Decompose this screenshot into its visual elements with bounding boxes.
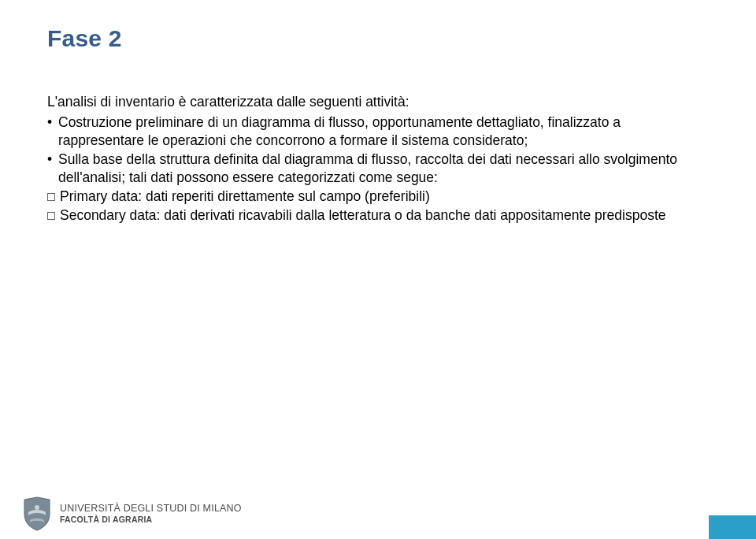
sub-line: Secondary data: dati derivati ricavabili… xyxy=(47,206,709,224)
sub-line-text: Primary data: dati reperiti direttamente… xyxy=(60,188,430,204)
footer: UNIVERSITÀ DEGLI STUDI DI MILANO FACOLTÀ… xyxy=(0,492,756,539)
university-name: UNIVERSITÀ DEGLI STUDI DI MILANO xyxy=(60,504,242,515)
checkbox-icon xyxy=(47,212,55,220)
slide: Fase 2 L'analisi di inventario è caratte… xyxy=(0,0,756,539)
footer-text: UNIVERSITÀ DEGLI STUDI DI MILANO FACOLTÀ… xyxy=(60,504,242,524)
list-item: Costruzione preliminare di un diagramma … xyxy=(47,113,709,149)
sub-line: Primary data: dati reperiti direttamente… xyxy=(47,188,709,205)
list-item-text: Costruzione preliminare di un diagramma … xyxy=(58,114,621,147)
svg-point-0 xyxy=(35,505,39,510)
intro-line: L'analisi di inventario è caratterizzata… xyxy=(47,93,709,110)
page-title: Fase 2 xyxy=(47,25,709,52)
university-shield-icon xyxy=(22,496,52,531)
sub-line-text: Secondary data: dati derivati ricavabili… xyxy=(60,207,666,223)
footer-brand: UNIVERSITÀ DEGLI STUDI DI MILANO FACOLTÀ… xyxy=(22,496,242,531)
faculty-name: FACOLTÀ DI AGRARIA xyxy=(60,515,242,525)
body-text: L'analisi di inventario è caratterizzata… xyxy=(47,93,709,225)
list-item: Sulla base della struttura definita dal … xyxy=(47,151,709,186)
list-item-text: Sulla base della struttura definita dal … xyxy=(58,151,677,184)
checkbox-icon xyxy=(47,193,55,201)
bullet-list: Costruzione preliminare di un diagramma … xyxy=(47,113,709,186)
accent-bar xyxy=(709,515,756,539)
